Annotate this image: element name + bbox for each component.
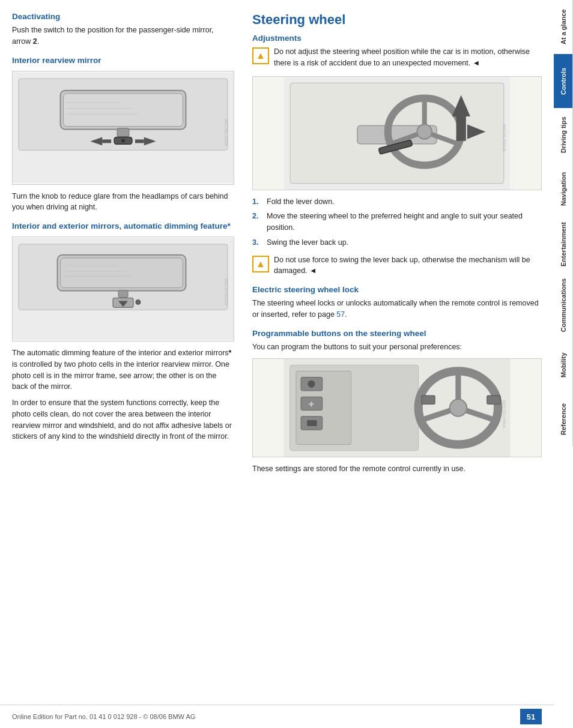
svg-rect-3 [64, 93, 183, 126]
svg-rect-55 [422, 396, 435, 404]
electric-lock-text: The steering wheel locks or unlocks auto… [252, 298, 542, 320]
prog-buttons-heading: Programmable buttons on the steering whe… [252, 329, 542, 338]
adjustments-heading: Adjustments [252, 34, 542, 43]
step-1: 1. Fold the lever down. [252, 196, 542, 208]
sidebar-tab-controls[interactable]: Controls [554, 54, 573, 108]
sidebar-tab-reference[interactable]: Reference [554, 392, 573, 446]
step-3: 3. Swing the lever back up. [252, 237, 542, 248]
prog-buttons-text2: These settings are stored for the remote… [252, 463, 542, 475]
auto-dimming-text2: In order to ensure that the system funct… [12, 397, 234, 442]
svg-rect-13 [135, 139, 144, 143]
svg-point-25 [136, 299, 141, 304]
svg-text:W0C5L7D0VA: W0C5L7D0VA [502, 124, 506, 151]
adjustments-warning-text: Do not adjust the steering wheel positio… [274, 46, 542, 69]
svg-rect-22 [118, 290, 128, 297]
steering-adjustment-image: W0C5L7D0VA [252, 76, 542, 190]
interior-mirror-heading: Interior rearview mirror [12, 56, 234, 65]
warning-icon: ▲ [252, 47, 269, 64]
sidebar-tab-communications[interactable]: Communications [554, 272, 573, 338]
step3-warning-text: Do not use force to swing the lever back… [274, 254, 542, 277]
svg-text:W0C5F3D2VA: W0C5F3D2VA [224, 278, 228, 305]
interior-mirror-image: W0C5ELD3VA [12, 71, 234, 185]
sidebar-tab-at-a-glance[interactable]: At a glance [554, 0, 573, 54]
svg-text:W0C5ELD3VA: W0C5ELD3VA [224, 118, 228, 146]
steering-wheel-title: Steering wheel [252, 12, 542, 28]
svg-rect-49 [307, 420, 317, 426]
auto-dimming-heading: Interior and exterior mirrors, automatic… [12, 221, 234, 230]
deactivating-heading: Deactivating [12, 12, 234, 21]
svg-point-44 [308, 381, 315, 388]
svg-point-54 [450, 399, 467, 417]
step-2: 2. Move the steering wheel to the prefer… [252, 211, 542, 233]
adjustments-warning-box: ▲ Do not adjust the steering wheel posit… [252, 46, 542, 69]
step-list: 1. Fold the lever down. 2. Move the stee… [252, 196, 542, 248]
auto-dimming-text1: The automatic dimming feature of the int… [12, 347, 234, 393]
svg-point-9 [121, 139, 125, 142]
sidebar-tab-driving-tips[interactable]: Driving tips [554, 108, 573, 162]
svg-rect-7 [117, 128, 129, 136]
svg-rect-37 [456, 116, 466, 141]
prog-buttons-text: You can program the buttons to suit your… [252, 341, 542, 353]
footer-text: Online Edition for Part no. 01 41 0 012 … [12, 713, 195, 720]
page-number: 51 [520, 709, 542, 724]
svg-point-34 [417, 124, 432, 139]
svg-text:W0C3S1H6KA: W0C3S1H6KA [502, 400, 506, 428]
interior-mirror-text: Turn the knob to reduce glare from the h… [12, 191, 234, 214]
svg-rect-56 [487, 396, 500, 404]
step3-warning-box: ▲ Do not use force to swing the lever ba… [252, 254, 542, 277]
sidebar-tab-mobility[interactable]: Mobility [554, 338, 573, 392]
svg-rect-18 [61, 258, 183, 288]
auto-dimming-image: W0C5F3D2VA [12, 236, 234, 341]
electric-lock-heading: Electric steering wheel lock [252, 285, 542, 294]
warning-icon-2: ▲ [252, 256, 269, 272]
sidebar-tab-navigation[interactable]: Navigation [554, 162, 573, 216]
svg-rect-12 [102, 139, 111, 143]
sidebar-tab-entertainment[interactable]: Entertainment [554, 216, 573, 272]
page-footer: Online Edition for Part no. 01 41 0 012 … [0, 705, 554, 728]
prog-buttons-image: W0C3S1H6KA [252, 358, 542, 457]
deactivating-text: Push the switch to the position for the … [12, 25, 234, 47]
sidebar: At a glance Controls Driving tips Naviga… [554, 0, 573, 728]
